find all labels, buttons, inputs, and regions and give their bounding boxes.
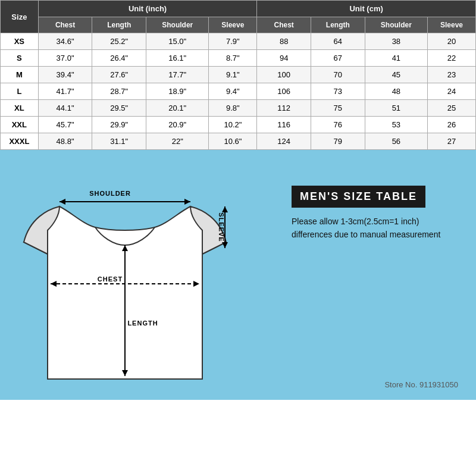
cm-cell: 20 — [428, 33, 476, 50]
col-sleeve-cm: Sleeve — [428, 17, 476, 33]
inch-cell: 44.1" — [38, 100, 92, 117]
info-box: MEN'S SIZE TABLE Please allow 1-3cm(2.5c… — [292, 186, 458, 242]
cm-cell: 48 — [365, 83, 427, 100]
svg-marker-2 — [184, 199, 190, 205]
svg-text:SLEEVE: SLEEVE — [218, 212, 225, 242]
cm-cell: 45 — [365, 67, 427, 83]
inch-cell: 29.9" — [92, 117, 146, 133]
inch-cell: 9.8" — [209, 100, 257, 117]
inch-cell: 18.9" — [146, 83, 209, 100]
inch-cell: 41.7" — [38, 83, 92, 100]
size-cell: M — [1, 67, 39, 83]
col-shoulder-cm: Shoulder — [365, 17, 427, 33]
inch-cell: 9.1" — [209, 67, 257, 83]
cm-cell: 23 — [428, 67, 476, 83]
cm-cell: 70 — [311, 67, 365, 83]
inch-cell: 10.2" — [209, 117, 257, 133]
size-header: Size — [1, 1, 39, 33]
col-length-inch: Length — [92, 17, 146, 33]
diagram-section: SHOULDER SLEEVE CHEST LENGTH MEN'S SIZE … — [0, 150, 476, 400]
inch-cell: 25.2" — [92, 33, 146, 50]
cm-cell: 26 — [428, 117, 476, 133]
col-sleeve-inch: Sleeve — [209, 17, 257, 33]
inch-cell: 26.4" — [92, 50, 146, 67]
svg-marker-5 — [222, 242, 228, 248]
inch-cell: 48.8" — [38, 133, 92, 150]
cm-cell: 79 — [311, 133, 365, 150]
cm-cell: 116 — [257, 117, 311, 133]
cm-cell: 106 — [257, 83, 311, 100]
svg-text:LENGTH: LENGTH — [127, 320, 158, 327]
size-cell: L — [1, 83, 39, 100]
cm-cell: 100 — [257, 67, 311, 83]
cm-cell: 53 — [365, 117, 427, 133]
cm-cell: 56 — [365, 133, 427, 150]
inch-cell: 37.0" — [38, 50, 92, 67]
cm-cell: 112 — [257, 100, 311, 117]
inch-cell: 22" — [146, 133, 209, 150]
size-cell: XS — [1, 33, 39, 50]
cm-cell: 25 — [428, 100, 476, 117]
unit-inch-header: Unit (inch) — [38, 1, 257, 17]
inch-cell: 8.7" — [209, 50, 257, 67]
col-chest-cm: Chest — [257, 17, 311, 33]
svg-marker-4 — [222, 206, 228, 212]
cm-cell: 94 — [257, 50, 311, 67]
cm-cell: 76 — [311, 117, 365, 133]
inch-cell: 31.1" — [92, 133, 146, 150]
cm-cell: 27 — [428, 133, 476, 150]
inch-cell: 9.4" — [209, 83, 257, 100]
inch-cell: 20.9" — [146, 117, 209, 133]
unit-cm-header: Unit (cm) — [257, 1, 476, 17]
inch-cell: 28.7" — [92, 83, 146, 100]
size-cell: S — [1, 50, 39, 67]
cm-cell: 38 — [365, 33, 427, 50]
inch-cell: 39.4" — [38, 67, 92, 83]
store-number: Store No. 911931050 — [384, 380, 458, 389]
cm-cell: 24 — [428, 83, 476, 100]
inch-cell: 16.1" — [146, 50, 209, 67]
col-chest-inch: Chest — [38, 17, 92, 33]
men-size-title: MEN'S SIZE TABLE — [292, 186, 425, 208]
cm-cell: 22 — [428, 50, 476, 67]
inch-cell: 34.6" — [38, 33, 92, 50]
size-table: Size Unit (inch) Unit (cm) Chest Length … — [0, 0, 476, 150]
inch-cell: 45.7" — [38, 117, 92, 133]
size-table-section: Size Unit (inch) Unit (cm) Chest Length … — [0, 0, 476, 150]
tshirt-container: SHOULDER SLEEVE CHEST LENGTH — [18, 159, 244, 397]
cm-cell: 67 — [311, 50, 365, 67]
col-length-cm: Length — [311, 17, 365, 33]
col-shoulder-inch: Shoulder — [146, 17, 209, 33]
inch-cell: 27.6" — [92, 67, 146, 83]
cm-cell: 73 — [311, 83, 365, 100]
tshirt-svg: SHOULDER SLEEVE CHEST LENGTH — [18, 159, 232, 397]
inch-cell: 29.5" — [92, 100, 146, 117]
inch-cell: 17.7" — [146, 67, 209, 83]
cm-cell: 124 — [257, 133, 311, 150]
cm-cell: 88 — [257, 33, 311, 50]
size-cell: XXXL — [1, 133, 39, 150]
svg-text:SHOULDER: SHOULDER — [89, 190, 131, 197]
svg-marker-1 — [60, 199, 65, 205]
cm-cell: 75 — [311, 100, 365, 117]
inch-cell: 20.1" — [146, 100, 209, 117]
size-cell: XL — [1, 100, 39, 117]
cm-cell: 51 — [365, 100, 427, 117]
svg-text:CHEST: CHEST — [98, 275, 123, 283]
cm-cell: 64 — [311, 33, 365, 50]
inch-cell: 10.6" — [209, 133, 257, 150]
cm-cell: 41 — [365, 50, 427, 67]
measurement-info: Please allow 1-3cm(2.5cm=1 inch) differe… — [292, 215, 458, 242]
size-cell: XXL — [1, 117, 39, 133]
inch-cell: 15.0" — [146, 33, 209, 50]
inch-cell: 7.9" — [209, 33, 257, 50]
